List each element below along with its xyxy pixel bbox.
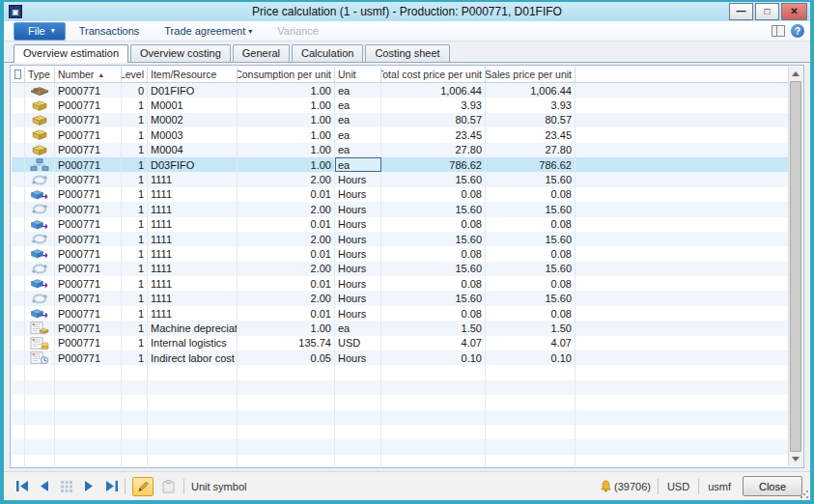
- cell-number[interactable]: P000771: [55, 246, 122, 261]
- cell-total-cost-price[interactable]: 15.60: [381, 291, 486, 305]
- cell-type[interactable]: [25, 276, 55, 291]
- row-selector-cell[interactable]: [12, 336, 25, 350]
- cell-consumption-per-unit[interactable]: 1.00: [238, 127, 335, 142]
- grid-row[interactable]: P000771111110.01Hours0.080.08: [12, 217, 788, 232]
- cell-type[interactable]: [25, 113, 55, 127]
- row-selector-cell[interactable]: [12, 143, 25, 157]
- cell-item-resource[interactable]: 1111: [148, 217, 238, 232]
- cell-total-cost-price[interactable]: 0.10: [381, 350, 486, 365]
- cell-number[interactable]: P000771: [55, 98, 122, 112]
- grid-row[interactable]: P000771111112.00Hours15.6015.60: [12, 202, 788, 216]
- cell-total-cost-price[interactable]: 0.08: [381, 246, 486, 261]
- cell-consumption-per-unit[interactable]: 2.00: [238, 262, 335, 276]
- cell-sales-price[interactable]: 3.93: [486, 98, 575, 112]
- row-selector-cell[interactable]: [12, 83, 25, 98]
- first-record-icon[interactable]: [15, 480, 29, 493]
- column-header-total[interactable]: Total cost price per unit: [381, 67, 486, 82]
- cell-number[interactable]: P000771: [55, 217, 122, 232]
- row-selector-cell[interactable]: [12, 262, 25, 276]
- cell-consumption-per-unit[interactable]: 1.00: [238, 98, 335, 112]
- vertical-scrollbar[interactable]: [788, 67, 802, 466]
- cell-consumption-per-unit[interactable]: 1.00: [238, 321, 335, 335]
- close-window-button[interactable]: ✕: [781, 3, 807, 20]
- cell-level[interactable]: 1: [122, 276, 148, 291]
- cell-type[interactable]: [25, 306, 55, 321]
- cell-level[interactable]: 0: [122, 83, 148, 98]
- cell-item-resource[interactable]: 1111: [148, 232, 238, 246]
- cell-type[interactable]: [25, 143, 55, 157]
- cell-number[interactable]: P000771: [55, 336, 122, 350]
- cell-unit[interactable]: Hours: [335, 172, 381, 186]
- cell-consumption-per-unit[interactable]: 2.00: [238, 202, 335, 216]
- cell-unit[interactable]: ea: [335, 127, 381, 142]
- cell-unit[interactable]: ea: [335, 157, 381, 172]
- cell-unit[interactable]: Hours: [335, 202, 381, 216]
- cell-sales-price[interactable]: 0.08: [486, 187, 575, 202]
- tab-costing-sheet[interactable]: Costing sheet: [365, 44, 449, 62]
- grid-row[interactable]: P0007711M00021.00ea80.5780.57: [12, 113, 788, 127]
- cell-level[interactable]: 1: [122, 157, 148, 172]
- row-selector-cell[interactable]: [12, 276, 25, 291]
- cell-sales-price[interactable]: 0.10: [486, 350, 575, 365]
- cell-item-resource[interactable]: M0004: [148, 143, 238, 157]
- cell-level[interactable]: 1: [122, 202, 148, 216]
- row-selector-cell[interactable]: [12, 157, 25, 172]
- cell-level[interactable]: 1: [122, 98, 148, 112]
- grid-row[interactable]: P0007711Machine depreciat...1.00ea1.501.…: [12, 321, 788, 335]
- cell-consumption-per-unit[interactable]: 0.01: [238, 246, 335, 261]
- column-header-type[interactable]: Type: [25, 67, 55, 82]
- cell-number[interactable]: P000771: [55, 83, 122, 98]
- cell-unit[interactable]: Hours: [335, 246, 381, 261]
- cell-type[interactable]: [25, 262, 55, 276]
- row-selector-cell[interactable]: [12, 321, 25, 335]
- grid-row[interactable]: P000771111112.00Hours15.6015.60: [12, 172, 788, 186]
- row-selector-cell[interactable]: [12, 98, 25, 112]
- cell-consumption-per-unit[interactable]: 1.00: [238, 143, 335, 157]
- cell-type[interactable]: [25, 157, 55, 172]
- maximize-button[interactable]: □: [755, 3, 779, 20]
- grid-row[interactable]: P000771111112.00Hours15.6015.60: [12, 232, 788, 246]
- cell-sales-price[interactable]: 0.08: [486, 217, 575, 232]
- row-selector-cell[interactable]: [12, 246, 25, 261]
- edit-mode-button[interactable]: [132, 477, 154, 496]
- column-header-number[interactable]: Number▲: [55, 67, 122, 82]
- cell-type[interactable]: [25, 246, 55, 261]
- cell-unit[interactable]: Hours: [335, 262, 381, 276]
- cell-total-cost-price[interactable]: 786.62: [381, 157, 486, 172]
- file-menu-button[interactable]: File ▾: [14, 22, 66, 41]
- help-icon[interactable]: ?: [791, 24, 804, 38]
- row-selector-cell[interactable]: [12, 113, 25, 127]
- cell-consumption-per-unit[interactable]: 0.01: [238, 276, 335, 291]
- cell-consumption-per-unit[interactable]: 2.00: [238, 172, 335, 186]
- column-header-item[interactable]: Item/Resource: [148, 67, 238, 82]
- cell-unit[interactable]: Hours: [335, 217, 381, 232]
- grid-row[interactable]: P000771111110.01Hours0.080.08: [12, 306, 788, 321]
- cell-level[interactable]: 1: [122, 246, 148, 261]
- cell-total-cost-price[interactable]: 1.50: [381, 321, 486, 335]
- cell-level[interactable]: 1: [122, 350, 148, 365]
- tab-overview-estimation[interactable]: Overview estimation: [14, 44, 128, 63]
- cell-sales-price[interactable]: 15.60: [486, 291, 575, 305]
- cell-level[interactable]: 1: [122, 143, 148, 157]
- cell-total-cost-price[interactable]: 1,006.44: [381, 83, 486, 98]
- cell-sales-price[interactable]: 0.08: [486, 276, 575, 291]
- cell-number[interactable]: P000771: [55, 291, 122, 305]
- cell-level[interactable]: 1: [122, 232, 148, 246]
- cell-item-resource[interactable]: 1111: [148, 306, 238, 321]
- cell-number[interactable]: P000771: [55, 127, 122, 142]
- grid-row[interactable]: P0007711M00041.00ea27.8027.80: [12, 143, 788, 157]
- cell-item-resource[interactable]: 1111: [148, 276, 238, 291]
- menu-item-trade-agreement[interactable]: Trade agreement▾: [164, 25, 252, 37]
- cell-sales-price[interactable]: 0.08: [486, 306, 575, 321]
- cell-consumption-per-unit[interactable]: 1.00: [238, 113, 335, 127]
- cell-type[interactable]: [25, 202, 55, 216]
- cell-item-resource[interactable]: 1111: [148, 291, 238, 305]
- cell-unit[interactable]: Hours: [335, 187, 381, 202]
- company-field[interactable]: usmf: [706, 481, 733, 492]
- grid-row[interactable]: P0007711Internal logistics135.74USD4.074…: [12, 336, 788, 350]
- column-header-cons[interactable]: Consumption per unit: [238, 67, 335, 82]
- cell-unit[interactable]: ea: [335, 113, 381, 127]
- row-selector-cell[interactable]: [12, 217, 25, 232]
- cell-level[interactable]: 1: [122, 172, 148, 186]
- cell-item-resource[interactable]: 1111: [148, 172, 238, 186]
